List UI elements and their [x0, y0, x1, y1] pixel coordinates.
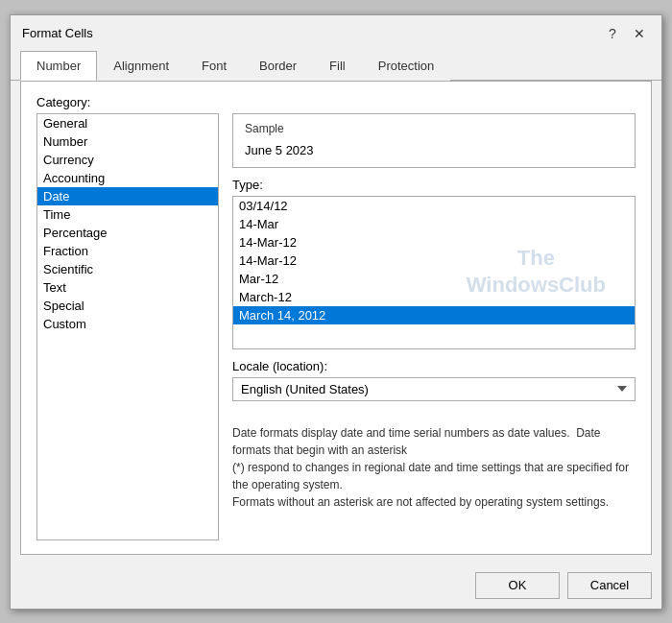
tab-fill[interactable]: Fill: [313, 51, 362, 81]
tab-font[interactable]: Font: [185, 51, 243, 81]
dialog-title: Format Cells: [22, 26, 93, 40]
title-bar: Format Cells ? ✕: [11, 15, 661, 48]
category-time[interactable]: Time: [37, 205, 218, 224]
category-fraction[interactable]: Fraction: [37, 242, 218, 260]
type-march-14-2012[interactable]: March 14, 2012: [233, 306, 635, 324]
main-row: General Number Currency Accounting Date …: [36, 113, 636, 540]
category-label: Category:: [36, 95, 636, 109]
category-special[interactable]: Special: [37, 297, 218, 315]
ok-button[interactable]: OK: [475, 572, 560, 599]
type-section: Type: 03/14/12 14-Mar 14-Mar-12 14-Mar-1…: [232, 178, 636, 349]
tab-alignment[interactable]: Alignment: [97, 51, 185, 81]
category-list[interactable]: General Number Currency Accounting Date …: [36, 113, 219, 540]
tab-number[interactable]: Number: [20, 51, 97, 81]
category-scientific[interactable]: Scientific: [37, 260, 218, 278]
sample-value: June 5 2023: [245, 141, 623, 159]
locale-select[interactable]: English (United States) English (United …: [232, 377, 636, 401]
sample-label: Sample: [245, 122, 623, 135]
category-text[interactable]: Text: [37, 278, 218, 297]
tab-content: Category: General Number Currency Accoun…: [20, 81, 652, 555]
type-march-12[interactable]: March-12: [233, 288, 635, 306]
category-general[interactable]: General: [37, 114, 218, 132]
category-number[interactable]: Number: [37, 132, 218, 151]
right-panel: Sample June 5 2023 Type: 03/14/12 14-Mar…: [232, 113, 636, 540]
type-14-mar[interactable]: 14-Mar: [233, 215, 635, 233]
category-date[interactable]: Date: [37, 187, 218, 205]
tab-border[interactable]: Border: [243, 51, 313, 81]
category-percentage[interactable]: Percentage: [37, 224, 218, 242]
format-cells-dialog: Format Cells ? ✕ Number Alignment Font B…: [10, 14, 662, 610]
category-accounting[interactable]: Accounting: [37, 169, 218, 187]
type-list[interactable]: 03/14/12 14-Mar 14-Mar-12 14-Mar-12 Mar-…: [232, 196, 636, 349]
sample-section: Sample June 5 2023: [232, 113, 636, 168]
category-panel: General Number Currency Accounting Date …: [36, 113, 219, 540]
type-14-mar-12-a[interactable]: 14-Mar-12: [233, 233, 635, 252]
locale-label: Locale (location):: [232, 359, 636, 373]
type-label: Type:: [232, 178, 636, 192]
category-custom[interactable]: Custom: [37, 315, 218, 333]
category-currency[interactable]: Currency: [37, 151, 218, 169]
help-button[interactable]: ?: [602, 23, 623, 44]
description-text: Date formats display date and time seria…: [232, 415, 636, 516]
title-bar-controls: ? ✕: [602, 23, 650, 44]
close-button[interactable]: ✕: [629, 23, 650, 44]
button-row: OK Cancel: [11, 564, 661, 609]
type-mar-12[interactable]: Mar-12: [233, 270, 635, 288]
type-03-14-12[interactable]: 03/14/12: [233, 197, 635, 215]
type-14-mar-12-b[interactable]: 14-Mar-12: [233, 252, 635, 270]
tab-protection[interactable]: Protection: [362, 51, 451, 81]
tabs-bar: Number Alignment Font Border Fill Protec…: [11, 50, 661, 81]
cancel-button[interactable]: Cancel: [567, 572, 652, 599]
locale-section: Locale (location): English (United State…: [232, 359, 636, 401]
